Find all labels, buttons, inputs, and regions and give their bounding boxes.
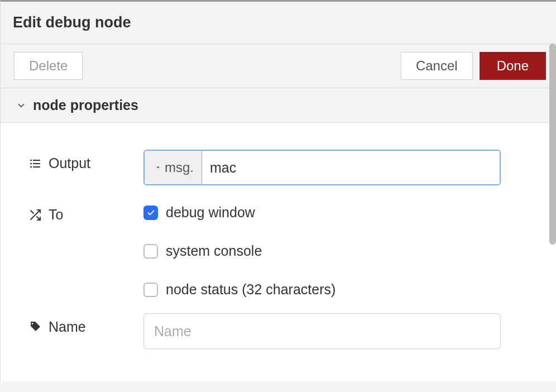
tag-icon	[27, 321, 43, 334]
checkbox-unchecked-icon	[143, 283, 158, 297]
name-label: Name	[49, 319, 86, 335]
output-label: Output	[49, 155, 90, 171]
output-value-input[interactable]	[202, 151, 500, 184]
to-option-debug-window[interactable]: debug window	[143, 204, 335, 221]
svg-rect-1	[33, 160, 40, 161]
to-option-node-status[interactable]: node status (32 characters)	[143, 281, 335, 298]
to-option-label: debug window	[166, 204, 255, 221]
checkbox-checked-icon	[143, 205, 158, 220]
done-button[interactable]: Done	[480, 52, 546, 80]
svg-rect-0	[30, 160, 32, 161]
output-typed-input[interactable]: msg.	[143, 150, 501, 185]
output-type-selector[interactable]: msg.	[145, 151, 202, 184]
name-input[interactable]	[143, 313, 501, 349]
to-option-label: system console	[166, 243, 262, 259]
delete-button[interactable]: Delete	[14, 52, 83, 80]
row-output: Output msg.	[27, 150, 534, 185]
to-label: To	[49, 207, 63, 223]
chevron-down-icon	[16, 101, 26, 111]
svg-rect-2	[30, 163, 32, 164]
section-title: node properties	[33, 97, 138, 113]
row-to: To debug window system console node stat…	[27, 201, 534, 298]
to-option-system-console[interactable]: system console	[143, 243, 335, 259]
panel-title: Edit debug node	[1, 2, 556, 44]
to-option-label: node status (32 characters)	[166, 281, 335, 298]
svg-rect-5	[33, 166, 40, 168]
form-area: Output msg. To	[1, 123, 556, 381]
caret-down-icon	[155, 164, 161, 171]
section-node-properties[interactable]: node properties	[1, 88, 556, 123]
svg-rect-3	[33, 163, 40, 164]
toolbar: Delete Cancel Done	[1, 44, 556, 88]
checkbox-unchecked-icon	[143, 244, 158, 259]
output-prefix: msg.	[165, 160, 194, 175]
svg-rect-4	[30, 166, 32, 168]
scrollbar[interactable]	[549, 44, 556, 245]
shuffle-icon	[27, 208, 43, 222]
list-icon	[27, 157, 43, 170]
cancel-button[interactable]: Cancel	[401, 52, 473, 80]
to-options: debug window system console node status …	[143, 201, 335, 298]
row-name: Name	[27, 313, 534, 349]
